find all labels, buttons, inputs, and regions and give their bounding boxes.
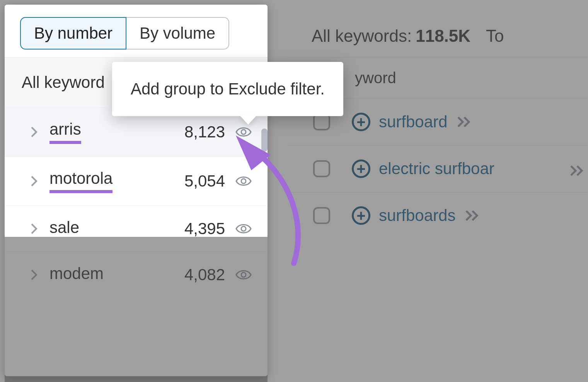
add-keyword-icon[interactable] bbox=[352, 159, 370, 178]
keyword-row[interactable]: surfboards bbox=[286, 192, 588, 239]
group-name[interactable]: motorola bbox=[49, 169, 112, 193]
group-name[interactable]: modem bbox=[49, 264, 104, 285]
eye-icon[interactable] bbox=[235, 266, 252, 283]
chevron-right-icon[interactable] bbox=[29, 176, 39, 186]
results-summary-trail: To bbox=[486, 26, 504, 46]
chevron-right-icon[interactable] bbox=[29, 224, 39, 233]
group-list: arris 8,123 motorola 5,054 sale 4,3 bbox=[5, 107, 268, 298]
group-count: 8,123 bbox=[184, 123, 225, 141]
chevron-right-icon[interactable] bbox=[29, 127, 39, 137]
results-summary-label: All keywords: bbox=[312, 26, 412, 46]
group-name[interactable]: arris bbox=[49, 120, 81, 144]
svg-point-0 bbox=[241, 130, 246, 134]
group-count: 4,082 bbox=[184, 266, 225, 284]
group-row-sale[interactable]: sale 4,395 bbox=[5, 206, 268, 252]
group-sort-tabs: By number By volume bbox=[5, 5, 268, 57]
expand-chevron-icon[interactable] bbox=[465, 209, 480, 222]
group-count: 5,054 bbox=[184, 172, 225, 190]
add-keyword-icon[interactable] bbox=[352, 206, 370, 225]
scrollbar-thumb[interactable] bbox=[261, 128, 268, 152]
tab-by-number[interactable]: By number bbox=[20, 17, 126, 50]
keyword-link[interactable]: electric surfboar bbox=[379, 159, 494, 178]
results-summary: All keywords: 118.5K To bbox=[286, 4, 588, 57]
tab-by-volume[interactable]: By volume bbox=[126, 17, 229, 50]
expand-chevron-icon[interactable] bbox=[569, 164, 585, 177]
svg-point-3 bbox=[241, 272, 246, 277]
tooltip-text: Add group to Exclude filter. bbox=[131, 80, 325, 98]
group-name[interactable]: sale bbox=[49, 218, 79, 239]
group-row-motorola[interactable]: motorola 5,054 bbox=[5, 156, 268, 206]
eye-icon[interactable] bbox=[235, 220, 252, 237]
eye-icon[interactable] bbox=[235, 173, 252, 190]
keyword-results-panel: All keywords: 118.5K To yword surfboard … bbox=[286, 4, 588, 379]
keyword-groups-panel: By number By volume All keyword arris 8,… bbox=[5, 5, 268, 376]
results-summary-count: 118.5K bbox=[416, 26, 470, 46]
tooltip-exclude-filter: Add group to Exclude filter. bbox=[112, 62, 343, 116]
add-keyword-icon[interactable] bbox=[352, 113, 370, 131]
eye-icon[interactable] bbox=[235, 123, 252, 140]
svg-point-1 bbox=[241, 179, 246, 183]
keyword-link[interactable]: surfboard bbox=[379, 113, 447, 131]
chevron-right-icon[interactable] bbox=[29, 270, 39, 279]
checkbox[interactable] bbox=[313, 160, 330, 177]
group-count: 4,395 bbox=[184, 219, 225, 238]
svg-point-2 bbox=[241, 226, 246, 231]
keyword-row[interactable]: electric surfboar bbox=[286, 145, 588, 192]
group-row-modem[interactable]: modem 4,082 bbox=[5, 252, 268, 298]
checkbox[interactable] bbox=[313, 207, 330, 224]
expand-chevron-icon[interactable] bbox=[457, 116, 472, 128]
keyword-link[interactable]: surfboards bbox=[379, 206, 455, 225]
all-keywords-label: All keyword bbox=[22, 73, 105, 91]
